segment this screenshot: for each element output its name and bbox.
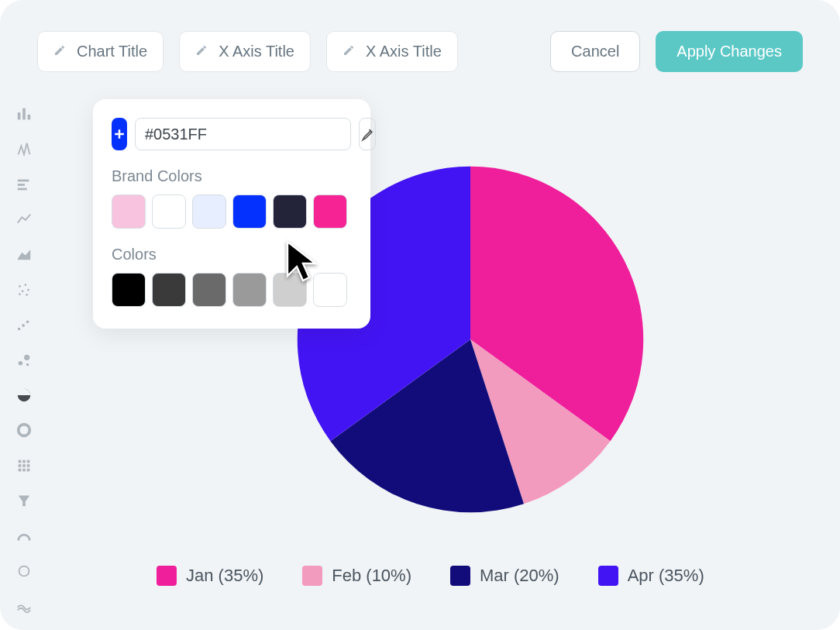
svg-rect-19	[19, 460, 22, 463]
svg-rect-4	[18, 184, 25, 186]
color-swatch-5[interactable]	[313, 273, 347, 307]
svg-rect-21	[27, 460, 30, 463]
gauge-icon[interactable]	[12, 525, 36, 546]
svg-point-8	[22, 290, 24, 292]
svg-rect-1	[22, 108, 26, 119]
brand-color-swatch-4[interactable]	[273, 195, 307, 229]
svg-point-11	[26, 294, 28, 296]
legend-swatch	[598, 566, 618, 586]
svg-rect-25	[19, 468, 22, 471]
scatter-dots-icon[interactable]	[12, 279, 36, 300]
svg-point-28	[19, 566, 29, 577]
legend-label: Jan (35%)	[186, 566, 263, 586]
pencil-icon	[343, 43, 355, 60]
bar-chart-icon[interactable]	[12, 103, 36, 124]
pie-chart-icon[interactable]	[12, 384, 36, 405]
eyedropper-button[interactable]	[359, 118, 376, 150]
apply-changes-button[interactable]: Apply Changes	[656, 31, 803, 72]
horizontal-bar-icon[interactable]	[12, 174, 36, 195]
svg-rect-27	[27, 468, 30, 471]
add-color-button[interactable]	[112, 118, 127, 150]
legend-item-mar[interactable]: Mar (20%)	[450, 566, 559, 586]
pencil-icon	[53, 43, 66, 60]
column-chart-icon[interactable]	[12, 138, 36, 159]
svg-point-7	[24, 284, 26, 286]
x-axis-title-field-2[interactable]: X Axis Title	[326, 31, 458, 72]
x-axis-title-field-1[interactable]: X Axis Title	[179, 31, 311, 72]
svg-point-10	[19, 293, 21, 295]
matrix-icon[interactable]	[12, 455, 36, 476]
svg-rect-0	[18, 112, 21, 119]
legend-label: Mar (20%)	[480, 566, 559, 586]
svg-point-13	[22, 324, 25, 327]
area-chart-icon[interactable]	[12, 244, 36, 265]
svg-point-17	[26, 363, 29, 366]
svg-rect-3	[18, 179, 29, 181]
legend-item-apr[interactable]: Apr (35%)	[598, 566, 704, 586]
svg-point-16	[24, 354, 29, 360]
svg-rect-22	[19, 464, 22, 467]
legend-label: Feb (10%)	[332, 566, 411, 586]
chart-canvas: Jan (35%)Feb (10%)Mar (20%)Apr (35%) Bra…	[56, 95, 840, 617]
brand-color-swatch-5[interactable]	[313, 195, 347, 229]
color-picker-popover: Brand Colors Colors	[93, 99, 370, 329]
svg-rect-23	[22, 464, 26, 467]
chart-title-label: Chart Title	[77, 43, 147, 60]
bubble-chart-icon[interactable]	[12, 349, 36, 370]
stream-icon[interactable]	[12, 596, 36, 617]
color-swatch-1[interactable]	[152, 273, 186, 307]
chart-type-sidebar	[0, 72, 48, 617]
svg-point-6	[19, 285, 21, 287]
chart-legend: Jan (35%)Feb (10%)Mar (20%)Apr (35%)	[157, 566, 704, 586]
legend-swatch	[157, 566, 177, 586]
legend-swatch	[302, 566, 322, 586]
ring-icon[interactable]	[12, 560, 36, 581]
svg-rect-26	[22, 468, 26, 471]
color-swatch-3[interactable]	[232, 273, 267, 307]
svg-rect-24	[27, 464, 30, 467]
brand-color-swatch-0[interactable]	[112, 195, 146, 229]
color-swatch-0[interactable]	[112, 273, 146, 307]
svg-point-14	[26, 321, 29, 324]
funnel-icon[interactable]	[12, 490, 36, 511]
donut-chart-icon[interactable]	[12, 420, 36, 441]
pencil-icon	[195, 43, 208, 60]
legend-item-feb[interactable]: Feb (10%)	[302, 566, 411, 586]
brand-color-swatch-1[interactable]	[152, 195, 186, 229]
color-swatch-2[interactable]	[192, 273, 226, 307]
legend-swatch	[450, 566, 470, 586]
svg-point-18	[19, 425, 30, 436]
scatter-points-icon[interactable]	[12, 314, 36, 335]
hex-input[interactable]	[135, 118, 351, 150]
svg-rect-5	[18, 188, 27, 190]
color-swatch-4[interactable]	[273, 273, 307, 307]
cancel-button[interactable]: Cancel	[550, 31, 640, 72]
x-axis-title-label-1: X Axis Title	[219, 43, 294, 60]
legend-label: Apr (35%)	[628, 566, 704, 586]
x-axis-title-label-2: X Axis Title	[366, 43, 442, 60]
chart-title-field[interactable]: Chart Title	[37, 31, 164, 72]
svg-rect-2	[28, 115, 31, 119]
legend-item-jan[interactable]: Jan (35%)	[157, 566, 263, 586]
brand-colors-label: Brand Colors	[112, 167, 352, 185]
brand-color-swatch-3[interactable]	[232, 195, 267, 229]
svg-point-9	[27, 288, 29, 291]
brand-color-swatch-2[interactable]	[192, 195, 226, 229]
svg-rect-20	[22, 460, 26, 463]
line-chart-icon[interactable]	[12, 208, 36, 229]
svg-point-12	[18, 328, 21, 331]
colors-label: Colors	[112, 246, 352, 263]
svg-point-15	[19, 360, 23, 365]
